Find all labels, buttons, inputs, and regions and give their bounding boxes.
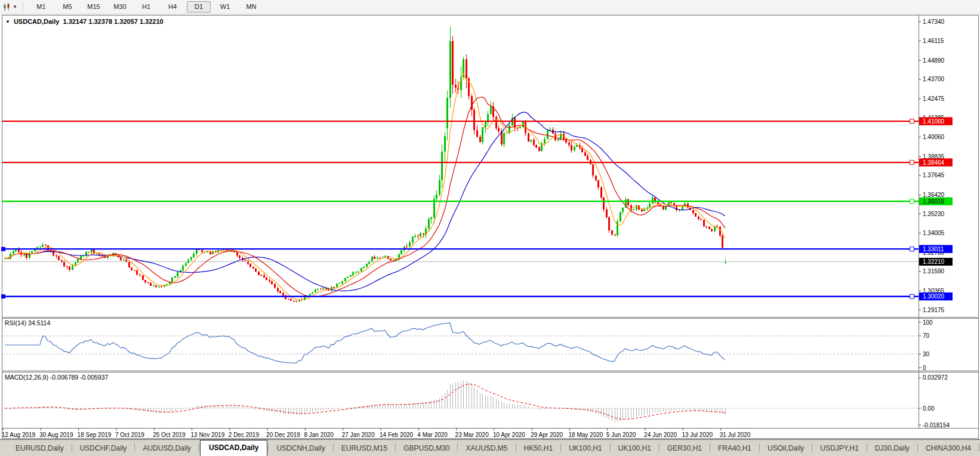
toolbar-grip bbox=[21, 2, 24, 12]
svg-text:0.032972: 0.032972 bbox=[923, 374, 948, 381]
chart-tab-hk50-h1[interactable]: HK50,H1 bbox=[517, 442, 560, 456]
chart-canvas[interactable]: 1.410601.384641.360151.330111.300201.473… bbox=[0, 14, 980, 439]
svg-text:4 Mar 2020: 4 Mar 2020 bbox=[417, 432, 448, 438]
svg-text:31 Jul 2020: 31 Jul 2020 bbox=[720, 432, 751, 438]
svg-text:1.43700: 1.43700 bbox=[923, 76, 945, 82]
tab-separator bbox=[134, 443, 135, 451]
hline-badge-1.33011: 1.33011 bbox=[919, 245, 953, 253]
tab-separator bbox=[72, 443, 72, 451]
svg-text:1.46115: 1.46115 bbox=[923, 38, 944, 44]
svg-text:1.33011: 1.33011 bbox=[923, 246, 944, 252]
svg-text:23 Mar 2020: 23 Mar 2020 bbox=[455, 432, 489, 438]
chart-tab-usdchf-daily[interactable]: USDCHF,Daily bbox=[73, 442, 134, 456]
svg-text:1.36015: 1.36015 bbox=[923, 198, 945, 205]
chart-tab-ger30-h1[interactable]: GER30,H1 bbox=[660, 442, 709, 456]
svg-text:1.36420: 1.36420 bbox=[923, 192, 945, 198]
chart-tab-gbpusd-m30[interactable]: GBPUSD,M30 bbox=[396, 442, 457, 456]
svg-text:27 Jan 2020: 27 Jan 2020 bbox=[342, 432, 375, 438]
chart-tab-china300-h4[interactable]: CHINA300,H4 bbox=[919, 442, 978, 456]
timeframe-button-w1[interactable]: W1 bbox=[213, 1, 237, 13]
svg-text:25 Oct 2019: 25 Oct 2019 bbox=[153, 432, 186, 438]
chevron-down-icon: ▼ bbox=[13, 4, 17, 10]
svg-text:70: 70 bbox=[923, 332, 930, 339]
svg-text:1.29175: 1.29175 bbox=[923, 307, 945, 313]
hline-badge-1.36015: 1.36015 bbox=[919, 198, 953, 205]
timeframe-button-m1[interactable]: M1 bbox=[29, 1, 53, 13]
hline-badge-1.41060: 1.41060 bbox=[919, 118, 953, 125]
toolbar: ▼ M1M5M15M30H1H4D1W1MN bbox=[0, 0, 980, 14]
svg-text:1.38464: 1.38464 bbox=[923, 159, 945, 166]
svg-text:24 Jun 2020: 24 Jun 2020 bbox=[644, 432, 677, 438]
tab-separator bbox=[710, 443, 710, 451]
svg-text:1.32210: 1.32210 bbox=[923, 258, 945, 265]
chart-tab-eurusd-daily[interactable]: EURUSD,Daily bbox=[8, 442, 71, 456]
tab-separator bbox=[979, 443, 979, 451]
tab-separator bbox=[812, 443, 812, 451]
svg-text:1.37645: 1.37645 bbox=[923, 172, 945, 178]
chart-tab-usoil-daily[interactable]: USOil,Daily bbox=[760, 442, 811, 456]
tab-separator bbox=[395, 443, 396, 451]
timeframe-button-m30[interactable]: M30 bbox=[108, 1, 132, 13]
tab-separator bbox=[610, 443, 611, 451]
tab-separator bbox=[268, 443, 269, 451]
svg-text:30 Aug 2019: 30 Aug 2019 bbox=[39, 432, 73, 438]
timeframe-button-m15[interactable]: M15 bbox=[82, 1, 106, 13]
timeframe-button-d1[interactable]: D1 bbox=[187, 1, 211, 13]
tab-separator bbox=[917, 443, 918, 451]
svg-text:1.34005: 1.34005 bbox=[923, 230, 945, 236]
svg-text:7 Oct 2019: 7 Oct 2019 bbox=[115, 432, 144, 438]
svg-text:14 Feb 2020: 14 Feb 2020 bbox=[380, 432, 414, 438]
svg-text:10 Apr 2020: 10 Apr 2020 bbox=[493, 432, 525, 438]
svg-text:12 Aug 2019: 12 Aug 2019 bbox=[2, 432, 36, 438]
svg-text:18 May 2020: 18 May 2020 bbox=[569, 432, 603, 438]
hline-badge-1.38464: 1.38464 bbox=[919, 159, 953, 167]
chart-tab-usdcad-daily[interactable]: USDCAD,Daily bbox=[200, 440, 267, 456]
svg-text:1.35230: 1.35230 bbox=[923, 211, 945, 217]
chart-tab-xauusd-m5[interactable]: XAUUSD,M5 bbox=[458, 442, 514, 456]
svg-text:13 Nov 2019: 13 Nov 2019 bbox=[191, 432, 225, 438]
chart-type-icon[interactable]: ▼ bbox=[1, 1, 19, 13]
svg-text:0.00: 0.00 bbox=[923, 405, 935, 412]
svg-text:20 Dec 2019: 20 Dec 2019 bbox=[266, 432, 300, 438]
chart-tab-usdcnh-daily[interactable]: USDCNH,Daily bbox=[269, 442, 332, 456]
chart-tab-eurusd-m15[interactable]: EURUSD,M15 bbox=[334, 442, 395, 456]
svg-text:1.42475: 1.42475 bbox=[923, 95, 945, 102]
svg-text:1.40060: 1.40060 bbox=[923, 134, 945, 140]
chart-tab-uk100-h1[interactable]: UK100,H1 bbox=[611, 442, 658, 456]
svg-text:1.47340: 1.47340 bbox=[923, 19, 945, 25]
svg-text:1.31590: 1.31590 bbox=[923, 268, 945, 275]
tab-separator bbox=[659, 443, 660, 451]
svg-text:5 Jun 2020: 5 Jun 2020 bbox=[606, 432, 636, 438]
hline-badge-1.30020: 1.30020 bbox=[919, 292, 953, 300]
chart-tab-fra40-h1[interactable]: FRA40,H1 bbox=[711, 442, 759, 456]
svg-text:100: 100 bbox=[923, 319, 933, 326]
tab-separator bbox=[759, 443, 760, 451]
svg-text:2 Dec 2019: 2 Dec 2019 bbox=[229, 432, 260, 438]
timeframe-button-m5[interactable]: M5 bbox=[56, 1, 79, 13]
chart-tab-dj30-daily[interactable]: DJ30,Daily bbox=[868, 442, 917, 456]
svg-text:1.41060: 1.41060 bbox=[923, 118, 945, 125]
chart-tab-usdjpy-h1[interactable]: USDJPY,H1 bbox=[813, 442, 865, 456]
tab-separator bbox=[457, 443, 458, 451]
tab-separator bbox=[867, 443, 867, 451]
svg-text:1.30020: 1.30020 bbox=[923, 293, 945, 300]
timeframe-button-h4[interactable]: H4 bbox=[161, 1, 184, 13]
tab-separator bbox=[560, 443, 561, 451]
timeframe-button-mn[interactable]: MN bbox=[239, 1, 263, 13]
tab-separator bbox=[199, 443, 199, 451]
svg-text:13 Jul 2020: 13 Jul 2020 bbox=[682, 432, 713, 438]
svg-text:8 Jan 2020: 8 Jan 2020 bbox=[304, 432, 334, 438]
svg-text:18 Sep 2019: 18 Sep 2019 bbox=[78, 432, 112, 438]
svg-text:-0.018154: -0.018154 bbox=[923, 422, 950, 429]
timeframe-buttons: M1M5M15M30H1H4D1W1MN bbox=[28, 1, 264, 13]
chart-tabbar: EURUSD,DailyUSDCHF,DailyAUDUSD,DailyUSDC… bbox=[0, 439, 980, 456]
svg-text:30: 30 bbox=[923, 351, 930, 358]
svg-text:29 Apr 2020: 29 Apr 2020 bbox=[531, 432, 563, 438]
svg-text:1.44890: 1.44890 bbox=[923, 57, 945, 64]
timeframe-button-h1[interactable]: H1 bbox=[134, 1, 158, 13]
chart-tab-uk100-h1[interactable]: UK100,H1 bbox=[562, 442, 609, 456]
chart-tab-audusd-daily[interactable]: AUDUSD,Daily bbox=[135, 442, 198, 456]
current-price-badge: 1.32210 bbox=[919, 258, 953, 266]
tab-separator bbox=[516, 443, 516, 451]
tab-separator bbox=[333, 443, 334, 451]
